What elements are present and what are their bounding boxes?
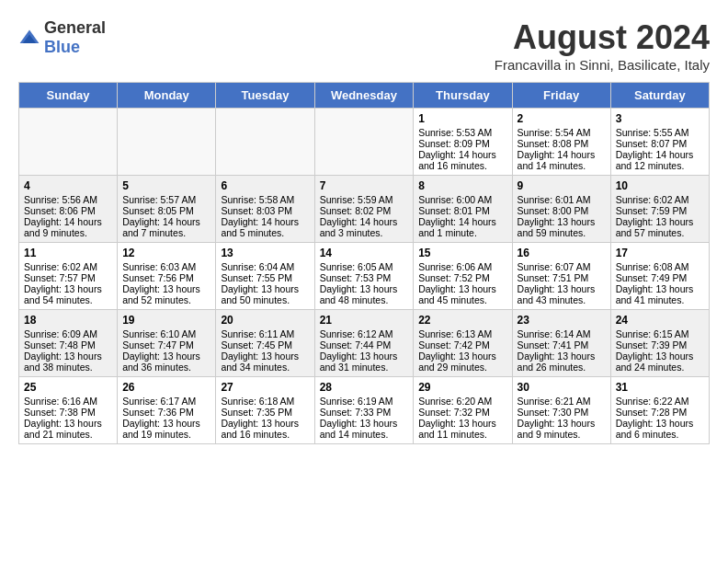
day-info: Daylight: 13 hours bbox=[320, 418, 409, 429]
calendar-day-26: 26Sunrise: 6:17 AMSunset: 7:36 PMDayligh… bbox=[118, 377, 216, 444]
day-number: 5 bbox=[122, 179, 210, 192]
calendar-week-row-1: 4Sunrise: 5:56 AMSunset: 8:06 PMDaylight… bbox=[19, 176, 710, 243]
day-info: Sunset: 7:49 PM bbox=[616, 272, 704, 283]
day-info: Sunrise: 6:03 AM bbox=[122, 261, 210, 272]
day-info: Sunset: 7:41 PM bbox=[518, 339, 606, 350]
day-info: Daylight: 13 hours bbox=[24, 418, 112, 429]
day-info: Sunset: 7:30 PM bbox=[518, 407, 606, 418]
day-info: and 12 minutes. bbox=[616, 160, 704, 171]
day-info: Sunset: 8:07 PM bbox=[616, 138, 704, 149]
day-info: Sunset: 7:33 PM bbox=[320, 407, 409, 418]
day-info: Daylight: 13 hours bbox=[518, 350, 606, 362]
calendar-day-empty bbox=[314, 109, 414, 176]
calendar-day-20: 20Sunrise: 6:11 AMSunset: 7:45 PMDayligh… bbox=[216, 310, 314, 377]
day-info: Sunrise: 6:02 AM bbox=[616, 194, 704, 205]
day-info: and 16 minutes. bbox=[221, 429, 309, 440]
day-number: 30 bbox=[518, 381, 606, 394]
day-number: 23 bbox=[518, 314, 606, 327]
day-info: Sunset: 8:01 PM bbox=[418, 205, 506, 216]
day-number: 19 bbox=[122, 314, 210, 327]
calendar-day-27: 27Sunrise: 6:18 AMSunset: 7:35 PMDayligh… bbox=[216, 377, 314, 444]
day-info: Sunset: 7:39 PM bbox=[616, 339, 704, 350]
day-number: 18 bbox=[24, 314, 112, 327]
calendar-header-monday: Monday bbox=[118, 83, 216, 109]
day-info: Sunset: 8:00 PM bbox=[518, 205, 606, 216]
day-info: and 3 minutes. bbox=[320, 227, 409, 238]
calendar-week-row-0: 1Sunrise: 5:53 AMSunset: 8:09 PMDaylight… bbox=[19, 109, 710, 176]
day-info: Daylight: 13 hours bbox=[518, 418, 606, 429]
day-info: Sunset: 8:02 PM bbox=[320, 205, 409, 216]
calendar-header-row: SundayMondayTuesdayWednesdayThursdayFrid… bbox=[19, 83, 710, 109]
day-number: 4 bbox=[24, 179, 112, 192]
day-info: Sunrise: 6:13 AM bbox=[418, 328, 506, 339]
day-info: Sunset: 7:47 PM bbox=[122, 339, 210, 350]
day-info: Sunset: 7:56 PM bbox=[122, 272, 210, 283]
day-number: 7 bbox=[320, 179, 409, 192]
day-info: Sunset: 7:53 PM bbox=[320, 272, 409, 283]
calendar-day-4: 4Sunrise: 5:56 AMSunset: 8:06 PMDaylight… bbox=[19, 176, 118, 243]
calendar-day-empty bbox=[19, 109, 118, 176]
day-info: Sunrise: 5:58 AM bbox=[221, 194, 309, 205]
day-info: and 29 minutes. bbox=[418, 362, 506, 373]
day-number: 26 bbox=[122, 381, 210, 394]
day-info: Sunset: 8:08 PM bbox=[518, 138, 606, 149]
day-info: Daylight: 13 hours bbox=[616, 350, 704, 362]
day-number: 17 bbox=[616, 247, 704, 259]
logo-icon bbox=[18, 29, 40, 47]
day-number: 24 bbox=[616, 314, 704, 327]
day-number: 29 bbox=[418, 381, 506, 394]
day-number: 31 bbox=[616, 381, 704, 394]
logo-general: General bbox=[44, 18, 106, 37]
calendar-day-5: 5Sunrise: 5:57 AMSunset: 8:05 PMDaylight… bbox=[118, 176, 216, 243]
calendar-day-29: 29Sunrise: 6:20 AMSunset: 7:32 PMDayligh… bbox=[414, 377, 512, 444]
page-title: August 2024 bbox=[495, 18, 710, 57]
day-info: Daylight: 13 hours bbox=[418, 350, 506, 362]
logo-blue: Blue bbox=[44, 38, 80, 56]
calendar-day-14: 14Sunrise: 6:05 AMSunset: 7:53 PMDayligh… bbox=[314, 243, 414, 310]
calendar-week-row-2: 11Sunrise: 6:02 AMSunset: 7:57 PMDayligh… bbox=[19, 243, 710, 310]
day-info: Sunrise: 6:10 AM bbox=[122, 328, 210, 339]
day-info: Sunset: 7:57 PM bbox=[24, 272, 112, 283]
calendar-header-sunday: Sunday bbox=[19, 83, 118, 109]
page-subtitle: Francavilla in Sinni, Basilicate, Italy bbox=[495, 57, 710, 73]
day-info: Sunrise: 6:18 AM bbox=[221, 396, 309, 407]
day-number: 16 bbox=[518, 247, 606, 259]
day-info: Sunset: 7:51 PM bbox=[518, 272, 606, 283]
day-info: Daylight: 13 hours bbox=[221, 418, 309, 429]
calendar-day-12: 12Sunrise: 6:03 AMSunset: 7:56 PMDayligh… bbox=[118, 243, 216, 310]
day-info: Sunset: 7:52 PM bbox=[418, 272, 506, 283]
day-info: and 5 minutes. bbox=[221, 227, 309, 238]
calendar-header-tuesday: Tuesday bbox=[216, 83, 314, 109]
day-info: Sunset: 7:35 PM bbox=[221, 407, 309, 418]
day-number: 12 bbox=[122, 247, 210, 259]
day-number: 9 bbox=[518, 179, 606, 192]
calendar-day-7: 7Sunrise: 5:59 AMSunset: 8:02 PMDaylight… bbox=[314, 176, 414, 243]
calendar-header-friday: Friday bbox=[512, 83, 610, 109]
day-number: 28 bbox=[320, 381, 409, 394]
day-info: Sunrise: 6:04 AM bbox=[221, 261, 309, 272]
day-info: Sunrise: 6:22 AM bbox=[616, 396, 704, 407]
day-info: Sunset: 8:03 PM bbox=[221, 205, 309, 216]
day-info: and 6 minutes. bbox=[616, 429, 704, 440]
day-info: Sunrise: 6:07 AM bbox=[518, 261, 606, 272]
calendar-day-1: 1Sunrise: 5:53 AMSunset: 8:09 PMDaylight… bbox=[414, 109, 512, 176]
day-info: Sunrise: 6:06 AM bbox=[418, 261, 506, 272]
title-area: August 2024 Francavilla in Sinni, Basili… bbox=[495, 18, 710, 73]
day-info: Daylight: 13 hours bbox=[24, 283, 112, 294]
day-info: and 14 minutes. bbox=[518, 160, 606, 171]
day-info: Sunrise: 6:16 AM bbox=[24, 396, 112, 407]
calendar-header-saturday: Saturday bbox=[610, 83, 709, 109]
day-info: and 19 minutes. bbox=[122, 429, 210, 440]
day-info: Sunset: 7:45 PM bbox=[221, 339, 309, 350]
day-info: and 24 minutes. bbox=[616, 362, 704, 373]
calendar-day-31: 31Sunrise: 6:22 AMSunset: 7:28 PMDayligh… bbox=[610, 377, 709, 444]
day-info: and 7 minutes. bbox=[122, 227, 210, 238]
day-info: and 26 minutes. bbox=[518, 362, 606, 373]
day-info: Sunrise: 6:11 AM bbox=[221, 328, 309, 339]
logo-text: General Blue bbox=[44, 18, 106, 57]
calendar-day-18: 18Sunrise: 6:09 AMSunset: 7:48 PMDayligh… bbox=[19, 310, 118, 377]
day-info: Sunset: 7:59 PM bbox=[616, 205, 704, 216]
day-number: 20 bbox=[221, 314, 309, 327]
calendar-day-8: 8Sunrise: 6:00 AMSunset: 8:01 PMDaylight… bbox=[414, 176, 512, 243]
day-info: and 54 minutes. bbox=[24, 294, 112, 305]
